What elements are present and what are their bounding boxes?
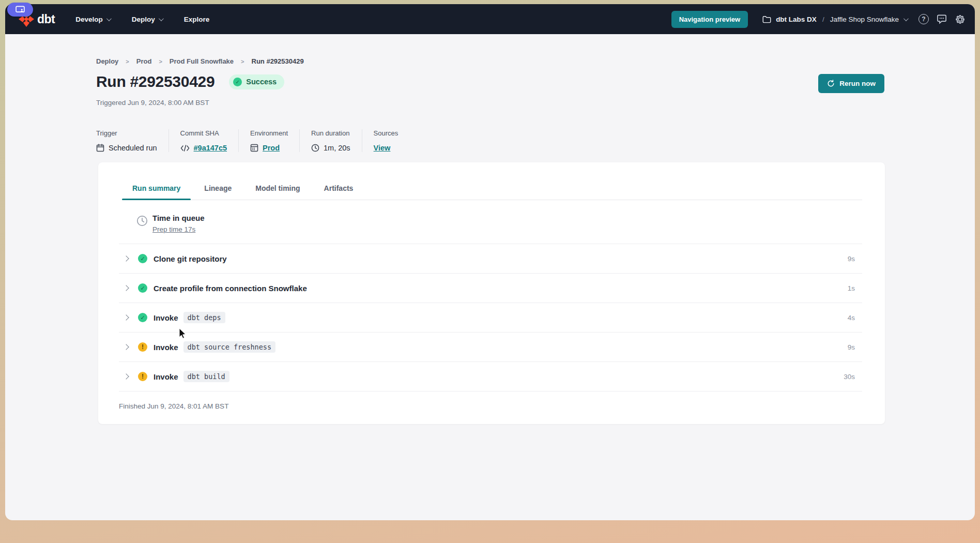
run-step-row: ✓Invokedbt deps4s	[119, 303, 862, 333]
chevron-right-icon[interactable]	[123, 373, 129, 379]
step-label: Invoke	[154, 372, 178, 381]
tab-capture-indicator[interactable]	[7, 3, 33, 17]
meta-label: Trigger	[96, 129, 157, 137]
tab-model-timing[interactable]: Model timing	[245, 179, 310, 200]
meta-value: View	[374, 144, 399, 152]
meta-col-environment: EnvironmentProd	[250, 129, 300, 152]
step-command: dbt deps	[183, 312, 225, 323]
breadcrumb-separator: >	[126, 58, 129, 65]
help-icon[interactable]: ?	[918, 14, 929, 24]
chevron-right-icon[interactable]	[123, 285, 129, 291]
warning-status-icon: !	[138, 342, 147, 352]
meta-link[interactable]: View	[374, 144, 391, 152]
status-badge-label: Success	[246, 78, 277, 86]
chevron-down-icon	[106, 16, 112, 21]
step-duration: 1s	[848, 284, 855, 292]
step-label: Create profile from connection Snowflake	[154, 284, 307, 293]
navigation-preview-button[interactable]: Navigation preview	[671, 11, 748, 28]
database-icon	[250, 144, 258, 152]
status-badge: ✓ Success	[229, 74, 284, 89]
meta-value: #9a147c5	[180, 144, 227, 152]
nav-menus: DevelopDeployExplore	[75, 16, 209, 23]
meta-text: Scheduled run	[109, 144, 157, 152]
page-title: Run #292530429	[96, 73, 215, 90]
run-steps-list: ✓Clone git repository9s✓Create profile f…	[119, 244, 862, 391]
success-status-icon: ✓	[138, 254, 147, 263]
step-command: dbt source freshness	[183, 341, 276, 353]
run-step-row: !Invokedbt build30s	[119, 362, 862, 391]
tab-artifacts[interactable]: Artifacts	[314, 179, 364, 200]
feedback-icon[interactable]	[937, 14, 947, 24]
breadcrumb-item[interactable]: Prod Full Snowflake	[170, 57, 234, 65]
chevron-down-icon	[159, 16, 164, 21]
time-in-queue-section: Time in queue Prep time 17s	[119, 200, 862, 244]
meta-value: Prod	[250, 144, 288, 152]
meta-label: Sources	[374, 129, 399, 137]
success-status-icon: ✓	[138, 283, 147, 293]
account-project-switcher[interactable]: dbt Labs DX / Jaffle Shop Snowflake	[762, 16, 907, 23]
run-meta-row: TriggerScheduled runCommit SHA#9a147c5En…	[96, 129, 884, 152]
page-body: Deploy>Prod>Prod Full Snowflake>Run #292…	[5, 34, 975, 520]
account-project-separator: /	[822, 16, 824, 23]
rerun-icon	[827, 80, 835, 87]
page-header: Deploy>Prod>Prod Full Snowflake>Run #292…	[5, 34, 975, 152]
step-label: Invoke	[154, 343, 178, 352]
clock-icon	[311, 144, 319, 152]
meta-value: 1m, 20s	[311, 144, 350, 152]
meta-col-sources: SourcesView	[374, 129, 410, 152]
breadcrumb-separator: >	[159, 58, 162, 65]
meta-link[interactable]: Prod	[263, 144, 280, 152]
chevron-right-icon[interactable]	[123, 344, 129, 350]
nav-menu-deploy[interactable]: Deploy	[132, 16, 162, 23]
gear-icon[interactable]	[955, 14, 966, 25]
step-duration: 9s	[848, 255, 855, 263]
meta-value: Scheduled run	[96, 144, 157, 152]
prep-time-link[interactable]: Prep time 17s	[152, 225, 205, 233]
chevron-down-icon	[904, 16, 909, 21]
rerun-now-button[interactable]: Rerun now	[818, 74, 884, 93]
warning-status-icon: !	[138, 372, 147, 381]
tab-bar: Run summaryLineageModel timingArtifacts	[122, 162, 862, 200]
meta-label: Run duration	[311, 129, 350, 137]
nav-menu-label: Deploy	[132, 16, 155, 23]
finished-timestamp: Finished Jun 9, 2024, 8:01 AM BST	[119, 391, 862, 424]
top-nav-bar: dbt DevelopDeployExplore Navigation prev…	[5, 4, 975, 34]
folder-icon	[762, 16, 771, 23]
step-label: Clone git repository	[154, 254, 227, 263]
nav-menu-explore[interactable]: Explore	[184, 16, 210, 23]
nav-menu-develop[interactable]: Develop	[75, 16, 110, 23]
rerun-now-label: Rerun now	[839, 80, 876, 87]
breadcrumb-item[interactable]: Prod	[136, 57, 152, 65]
chevron-right-icon[interactable]	[123, 314, 129, 320]
step-duration: 30s	[844, 373, 855, 381]
nav-menu-label: Develop	[75, 16, 103, 23]
breadcrumb-item[interactable]: Deploy	[96, 57, 118, 65]
success-status-icon: ✓	[138, 313, 147, 322]
account-name[interactable]: dbt Labs DX	[776, 16, 817, 23]
calendar-icon	[96, 144, 104, 152]
step-duration: 4s	[848, 314, 855, 322]
meta-text: 1m, 20s	[324, 144, 350, 152]
meta-col-commit-sha: Commit SHA#9a147c5	[180, 129, 239, 152]
breadcrumb-separator: >	[241, 58, 244, 65]
run-detail-card: Run summaryLineageModel timingArtifacts …	[98, 162, 885, 424]
run-step-row: !Invokedbt source freshness9s	[119, 333, 862, 362]
project-name[interactable]: Jaffle Shop Snowflake	[830, 16, 899, 23]
chevron-right-icon[interactable]	[123, 255, 129, 261]
breadcrumb: Deploy>Prod>Prod Full Snowflake>Run #292…	[96, 57, 884, 65]
step-label: Invoke	[154, 313, 178, 322]
meta-label: Commit SHA	[180, 129, 227, 137]
tab-lineage[interactable]: Lineage	[194, 179, 242, 200]
nav-menu-label: Explore	[184, 16, 210, 23]
run-step-row: ✓Clone git repository9s	[119, 244, 862, 274]
queue-title: Time in queue	[152, 214, 205, 222]
success-check-icon: ✓	[233, 78, 242, 86]
meta-link[interactable]: #9a147c5	[194, 144, 227, 152]
screen-share-icon	[16, 6, 25, 13]
topbar-icons: ?	[918, 14, 966, 25]
clock-icon	[136, 215, 148, 227]
breadcrumb-item: Run #292530429	[252, 57, 304, 65]
run-step-row: ✓Create profile from connection Snowflak…	[119, 274, 862, 303]
triggered-timestamp: Triggered Jun 9, 2024, 8:00 AM BST	[96, 99, 884, 107]
tab-run-summary[interactable]: Run summary	[122, 179, 191, 200]
